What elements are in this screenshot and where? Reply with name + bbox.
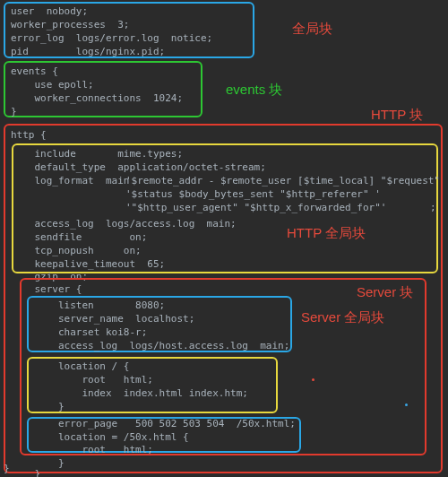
logformat-line3: '"$http_user_agent" "$http_x_forwarded_f… (125, 202, 386, 215)
logformat-semi: ; (430, 202, 436, 215)
dot-red-icon (312, 378, 314, 381)
server-close: } (11, 468, 40, 477)
label-http: HTTP 块 (371, 106, 423, 124)
nginx-config-diagram: user nobody; worker_processes 3; error_l… (0, 0, 448, 477)
location-block-code: location / { root html; index index.html… (11, 360, 248, 413)
location2-rest: = /50x.html { (106, 431, 189, 445)
location2-keyword: location (11, 431, 106, 445)
label-http-global: HTTP 全局块 (287, 224, 366, 242)
location2-tail: root html; } (11, 444, 153, 471)
label-events: events 块 (226, 81, 282, 99)
http-global-tail: access_log logs/access.log main; sendfil… (11, 218, 237, 284)
label-server-global: Server 全局块 (301, 308, 384, 326)
server-open: server { (11, 283, 82, 297)
label-global: 全局块 (292, 20, 332, 38)
label-server: Server 块 (357, 283, 413, 301)
global-block-code: user nobody; worker_processes 3; error_l… (11, 5, 212, 58)
error-page-line: error_page 500 502 503 504 /50x.html; (11, 418, 296, 431)
server-global-code: listen 8080; server_name localhost; char… (11, 299, 289, 352)
http-open: http { (11, 129, 47, 143)
logformat-line1: '$remote_addr - $remote_user [$time_loca… (125, 175, 448, 188)
dot-blue-icon (405, 403, 408, 406)
http-close-visible: } (4, 463, 10, 476)
events-block-code: events { use epoll; worker_connections 1… (11, 65, 183, 118)
logformat-line2: '$status $body_bytes_sent "$http_referer… (125, 188, 381, 202)
